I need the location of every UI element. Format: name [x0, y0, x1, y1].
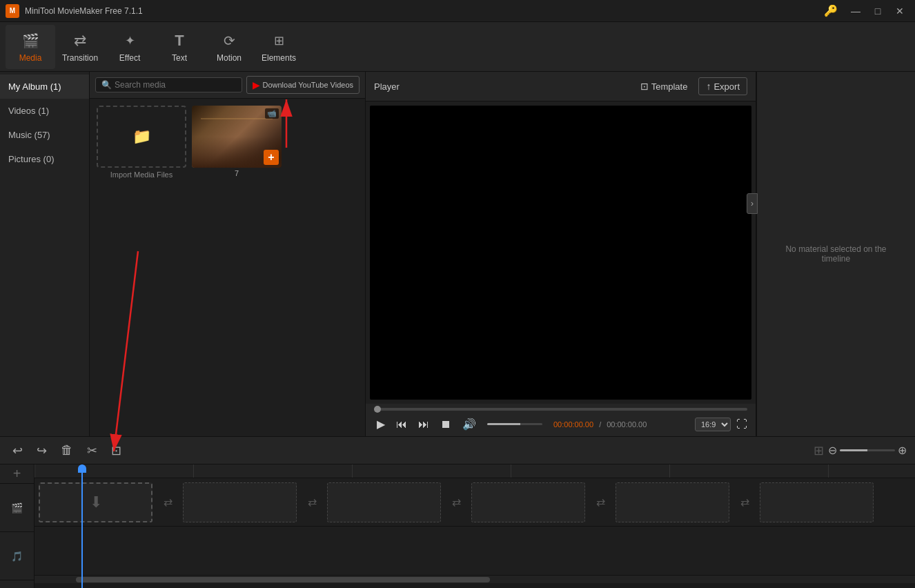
track-clip-2[interactable]: [183, 482, 297, 522]
timeline-body: + 🎬 🎵 ⬇: [0, 464, 915, 588]
aspect-ratio-select[interactable]: 16:9 9:16 4:3: [695, 418, 731, 431]
app-logo: M: [6, 4, 19, 18]
track-clip-5[interactable]: [616, 482, 729, 522]
delete-button[interactable]: 🗑: [57, 440, 77, 460]
main-content: My Album (1) Videos (1) Music (57) Pictu…: [0, 72, 915, 436]
export-label: Export: [714, 81, 740, 92]
scrollbar-thumb[interactable]: [76, 577, 490, 582]
toolbar-label-effect: Effect: [119, 53, 140, 63]
toolbar-label-elements: Elements: [262, 53, 296, 63]
stop-button[interactable]: ⏹: [437, 417, 454, 432]
sidebar-item-my-album[interactable]: My Album (1): [0, 75, 89, 99]
search-input-wrap: 🔍: [95, 77, 242, 92]
progress-handle[interactable]: [374, 406, 381, 413]
toolbar-item-media[interactable]: 🎬 Media: [6, 25, 55, 69]
template-button[interactable]: ⊡ Template: [635, 78, 693, 95]
transition-clip-1[interactable]: ⇄: [154, 482, 181, 522]
toolbar-label-media: Media: [19, 53, 42, 63]
track-clip-6[interactable]: [760, 482, 874, 522]
timeline-playhead[interactable]: [81, 464, 83, 588]
collapse-panel-button[interactable]: ›: [747, 193, 758, 214]
media-icon: 🎬: [21, 31, 40, 50]
video-track-row: ⬇ ⇄ ⇄ ⇄ ⇄ ⇄: [35, 478, 915, 527]
ruler-line: [511, 464, 511, 478]
transition-clip-5[interactable]: ⇄: [731, 482, 758, 522]
timeline-right-tools: ⊞ ⊖ ⊕: [814, 443, 907, 458]
ruler-line: [35, 464, 35, 478]
search-input[interactable]: [115, 80, 236, 90]
toolbar-label-motion: Motion: [217, 53, 242, 63]
minimize-button[interactable]: —: [846, 4, 865, 18]
sidebar-item-videos[interactable]: Videos (1): [0, 99, 89, 123]
zoom-out-button[interactable]: ⊖: [828, 444, 837, 457]
cut-button[interactable]: ✂: [83, 440, 101, 461]
transition-clip-3[interactable]: ⇄: [442, 482, 470, 522]
volume-button[interactable]: 🔊: [460, 416, 479, 432]
track-clip-4[interactable]: [471, 482, 585, 522]
media-grid: 📁 Import Media Files 📹 + 7: [90, 99, 365, 436]
logo-text: M: [10, 7, 15, 14]
text-icon: T: [170, 31, 189, 50]
player-controls: ▶ ⏮ ⏭ ⏹ 🔊 00:00:00.00 / 00:00:00.00 16:9…: [366, 404, 756, 436]
folder-icon: 📁: [132, 128, 151, 146]
key-icon: 🔑: [824, 4, 838, 18]
player-controls-row: ▶ ⏮ ⏭ ⏹ 🔊 00:00:00.00 / 00:00:00.00 16:9…: [374, 416, 747, 432]
player-progress-bar[interactable]: [374, 408, 747, 411]
template-icon: ⊡: [640, 81, 649, 92]
transition-clip-4[interactable]: ⇄: [587, 482, 614, 522]
motion-icon: ⟳: [219, 31, 239, 50]
redo-button[interactable]: ↪: [32, 440, 51, 461]
youtube-icon: ▶: [253, 79, 260, 90]
play-button[interactable]: ▶: [374, 416, 388, 432]
search-icon: 🔍: [101, 80, 112, 90]
sidebar-item-music[interactable]: Music (57): [0, 123, 89, 147]
video-track-icon: 🎬: [11, 502, 23, 513]
timeline-scrollbar[interactable]: [35, 575, 915, 583]
toolbar-item-motion[interactable]: ⟳ Motion: [204, 25, 254, 69]
window-controls: 🔑 — □ ✕: [824, 4, 909, 18]
next-frame-button[interactable]: ⏭: [415, 417, 432, 432]
transition-clip-2[interactable]: ⇄: [298, 482, 326, 522]
crop-button[interactable]: ⊡: [107, 440, 126, 461]
download-to-timeline-icon: ⬇: [90, 493, 102, 511]
track-clip-drop[interactable]: ⬇: [39, 482, 152, 522]
add-to-timeline-button[interactable]: +: [264, 150, 279, 165]
undo-button[interactable]: ↩: [8, 440, 27, 461]
toolbar-item-effect[interactable]: ✦ Effect: [105, 25, 155, 69]
import-media-box[interactable]: 📁: [97, 106, 186, 168]
maximize-button[interactable]: □: [868, 4, 887, 18]
add-track-label[interactable]: +: [0, 464, 34, 484]
media-thumbnail[interactable]: 📹 +: [192, 106, 282, 168]
download-youtube-button[interactable]: ▶ Download YouTube Videos: [246, 76, 360, 94]
zoom-in-button[interactable]: ⊕: [898, 444, 907, 457]
camera-icon: 📹: [265, 108, 279, 119]
player-header: Player ⊡ Template ↑ Export: [366, 72, 756, 101]
prev-frame-button[interactable]: ⏮: [393, 417, 410, 432]
player-header-right: ⊡ Template ↑ Export: [635, 77, 747, 95]
fullscreen-button[interactable]: ⛶: [736, 418, 747, 431]
timeline-toolbar: ↩ ↪ 🗑 ✂ ⊡ ⊞ ⊖ ⊕: [0, 437, 915, 464]
player-panel: Player ⊡ Template ↑ Export ▶ ⏮ ⏭: [366, 72, 756, 436]
media-panel: 🔍 ▶ Download YouTube Videos 📁 Import Med…: [90, 72, 366, 436]
toolbar-item-elements[interactable]: ⊞ Elements: [254, 25, 304, 69]
effect-icon: ✦: [120, 31, 139, 50]
ruler-line: [193, 464, 194, 478]
track-clip-3[interactable]: [327, 482, 441, 522]
sidebar-item-pictures[interactable]: Pictures (0): [0, 147, 89, 171]
volume-slider[interactable]: [487, 423, 542, 425]
zoom-slider[interactable]: [840, 449, 895, 451]
toolbar-label-text: Text: [172, 53, 187, 63]
timeline-tracks: ⬇ ⇄ ⇄ ⇄ ⇄ ⇄: [35, 464, 915, 588]
toolbar-item-text[interactable]: T Text: [155, 25, 204, 69]
toolbar-item-transition[interactable]: ⇄ Transition: [55, 25, 105, 69]
fit-icon: ⊞: [814, 443, 824, 458]
no-material-text: No material selected on the timeline: [757, 231, 915, 277]
time-total: 00:00:00.00: [607, 420, 647, 429]
timeline-wrapper: ↩ ↪ 🗑 ✂ ⊡ ⊞ ⊖ ⊕ + 🎬 🎵: [0, 436, 915, 588]
close-button[interactable]: ✕: [890, 4, 909, 18]
title-bar: M MiniTool MovieMaker Free 7.1.1 🔑 — □ ✕: [0, 0, 915, 22]
time-current: 00:00:00.00: [553, 420, 593, 429]
toolbar-label-transition: Transition: [62, 53, 98, 63]
player-label: Player: [374, 81, 400, 92]
export-button[interactable]: ↑ Export: [698, 77, 747, 95]
